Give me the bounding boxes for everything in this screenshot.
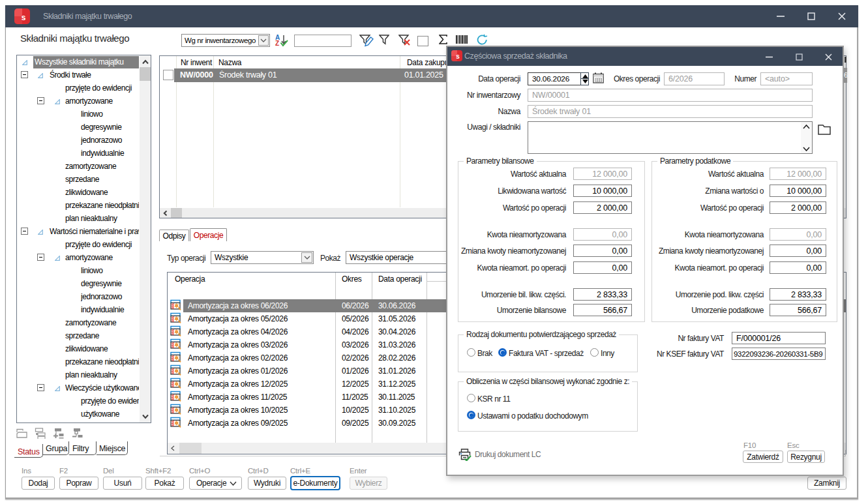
svg-text:Z: Z xyxy=(275,40,279,47)
